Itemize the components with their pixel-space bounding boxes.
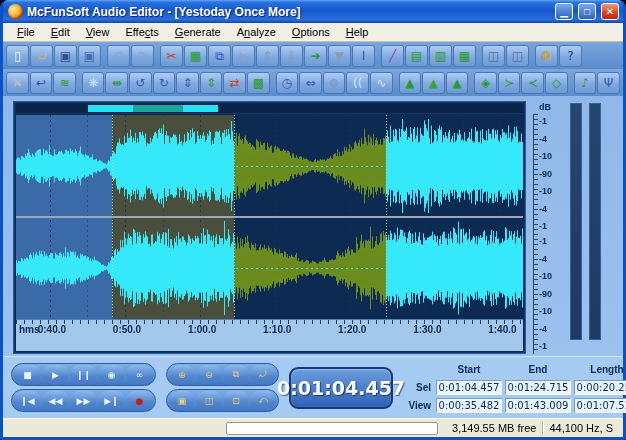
insert-silence-button[interactable]: ▤ xyxy=(405,45,428,67)
sel-end-field[interactable]: 0:01:24.715 xyxy=(505,380,571,395)
play-looped-button[interactable]: ◉ xyxy=(98,365,125,384)
swap-channels-button[interactable]: ⇄ xyxy=(223,72,246,94)
adjust-levels-button[interactable]: Ψ xyxy=(597,72,620,94)
level-meter-right xyxy=(589,103,601,340)
zoom-horizontal-button[interactable]: ⊡ xyxy=(223,391,249,410)
waveform-display[interactable] xyxy=(16,115,523,319)
record-from-device-button[interactable]: ◫ xyxy=(482,45,505,67)
amplify-channels-button[interactable]: ⇕ xyxy=(200,72,223,94)
append-waveform-button[interactable]: ▦ xyxy=(453,45,476,67)
menu-edit[interactable]: Edit xyxy=(43,24,78,40)
view-start-field[interactable]: 0:00:35.482 xyxy=(436,398,502,413)
tools-button[interactable]: ✖ xyxy=(6,72,29,94)
brightness-effect-button[interactable]: ❋ xyxy=(82,72,105,94)
amplify-vertical-button[interactable]: ⇕ xyxy=(176,72,199,94)
db-scale-right-channel: -1-4-10-90-10-4-1 xyxy=(530,234,560,354)
cut-button[interactable]: ✂ xyxy=(160,45,183,67)
loop-right-button[interactable]: ↻ xyxy=(153,72,176,94)
multi-wave-button[interactable]: ∿ xyxy=(370,72,393,94)
fade-in-button[interactable]: ◈ xyxy=(474,72,497,94)
loop-button[interactable]: ∞ xyxy=(126,365,153,384)
toolbar-effects: ✖↩≋❋⇹↺↻⇕⇕⇄▩◷⇔⊚((∿▲▲▲◈≻≺◇♪Ψ xyxy=(3,69,623,96)
go-to-end-icon: ▶❙ xyxy=(104,396,118,406)
revert-button[interactable]: ↩ xyxy=(30,72,53,94)
pitch-note-button[interactable]: ♪ xyxy=(574,72,597,94)
save-file-button[interactable]: ▣ xyxy=(54,45,77,67)
crossfade-right-button[interactable]: ◇ xyxy=(545,72,568,94)
record-button[interactable]: ● xyxy=(126,391,153,410)
stretch-horizontal-button[interactable]: ⇔ xyxy=(299,72,322,94)
mix-waveform-button[interactable]: ▥ xyxy=(429,45,452,67)
loop-left-button[interactable]: ↺ xyxy=(129,72,152,94)
graph-expand-button[interactable]: ▲ xyxy=(446,72,469,94)
zoom-vertical-button[interactable]: ◫ xyxy=(196,391,222,410)
maximize-button[interactable]: □ xyxy=(578,3,596,20)
zoom-full-button[interactable]: ▣ xyxy=(169,391,195,410)
redo-button[interactable]: ↷ xyxy=(131,45,154,67)
delete-selection-icon: ▼ xyxy=(335,50,344,62)
zoom-out-button[interactable]: ⊖ xyxy=(196,365,222,384)
pause-button[interactable]: ❙❙ xyxy=(70,365,97,384)
zoom-in-button[interactable]: ⊕ xyxy=(169,365,195,384)
color-options-icon: ❂ xyxy=(541,50,551,62)
menu-file[interactable]: File xyxy=(9,24,43,40)
save-selection-as-button[interactable]: ▣ xyxy=(78,45,101,67)
go-to-end-button[interactable]: ▶❙ xyxy=(98,391,125,410)
go-to-start-button[interactable]: ❙◀ xyxy=(14,391,41,410)
zoom-restore-button[interactable]: ⤺ xyxy=(250,391,276,410)
mix-paste-button[interactable]: ╱ xyxy=(381,45,404,67)
fade-out-button[interactable]: ≻ xyxy=(498,72,521,94)
column-header-start: Start xyxy=(436,364,502,375)
pattern-effect-button[interactable]: ▩ xyxy=(247,72,270,94)
graph-compress-button[interactable]: ▲ xyxy=(422,72,445,94)
menu-options[interactable]: Options xyxy=(284,24,338,40)
menu-effects[interactable]: Effects xyxy=(117,24,166,40)
record-playback-button[interactable]: ◫ xyxy=(506,45,529,67)
loop-left-icon: ↺ xyxy=(135,77,145,89)
menu-analyze[interactable]: Analyze xyxy=(229,24,284,40)
rewind-button[interactable]: ◀◀ xyxy=(42,391,69,410)
toolbar-main: ▯▱▣▣↶↷✂▦⧉✄⇑⇓➜▼Ι╱▤▥▦◫◫❂? xyxy=(3,42,623,69)
waveform-view-button[interactable]: ≋ xyxy=(53,72,76,94)
timeline-ruler[interactable]: hms 0:40.00:50.01:00.01:10.01:20.01:30.0… xyxy=(16,319,523,351)
view-length-field[interactable]: 0:01:07.527 xyxy=(574,398,626,413)
menu-view[interactable]: View xyxy=(78,24,118,40)
minimize-button[interactable]: ▁ xyxy=(555,3,573,20)
zoom-previous-button[interactable]: ⤾ xyxy=(250,365,276,384)
timeline-label: 1:00.0 xyxy=(188,324,216,335)
stop-icon: ■ xyxy=(23,370,32,380)
open-file-button[interactable]: ▱ xyxy=(30,45,53,67)
view-end-field[interactable]: 0:01:43.009 xyxy=(505,398,571,413)
overview-bar[interactable] xyxy=(16,104,523,114)
paste-button[interactable]: ⇑ xyxy=(256,45,279,67)
overview-view-segment xyxy=(88,105,133,112)
crossfade-left-button[interactable]: ≺ xyxy=(521,72,544,94)
paste-to-new-button[interactable]: ➜ xyxy=(304,45,327,67)
timer-button[interactable]: ◷ xyxy=(276,72,299,94)
fit-selection-button[interactable]: ⇹ xyxy=(105,72,128,94)
sel-length-field[interactable]: 0:00:20.258 xyxy=(574,380,626,395)
graph-equalize-button[interactable]: ▲ xyxy=(399,72,422,94)
menu-generate[interactable]: Generate xyxy=(167,24,229,40)
new-file-button[interactable]: ▯ xyxy=(6,45,29,67)
close-button[interactable]: ✕ xyxy=(601,3,619,20)
stop-button[interactable]: ■ xyxy=(14,365,41,384)
selection-view-table: StartEndLengthSel0:01:04.4570:01:24.7150… xyxy=(403,362,626,414)
paste-from-file-button[interactable]: ⇓ xyxy=(280,45,303,67)
fast-forward-button[interactable]: ▶▶ xyxy=(70,391,97,410)
amplify-vertical-icon: ⇕ xyxy=(182,77,192,89)
delete-selection-button[interactable]: ▼ xyxy=(328,45,351,67)
sel-start-field[interactable]: 0:01:04.457 xyxy=(436,380,502,395)
color-options-button[interactable]: ❂ xyxy=(535,45,558,67)
select-tool-button[interactable]: Ι xyxy=(352,45,375,67)
media-discs-button[interactable]: ⊚ xyxy=(323,72,346,94)
copy-to-new-button[interactable]: ✄ xyxy=(232,45,255,67)
play-button[interactable]: ▶ xyxy=(42,365,69,384)
sound-emit-button[interactable]: (( xyxy=(346,72,369,94)
menu-help[interactable]: Help xyxy=(338,24,377,40)
copy-button[interactable]: ⧉ xyxy=(208,45,231,67)
zoom-to-selection-button[interactable]: ⧉ xyxy=(223,365,249,384)
undo-button[interactable]: ↶ xyxy=(107,45,130,67)
trim-crop-button[interactable]: ▦ xyxy=(184,45,207,67)
help-button[interactable]: ? xyxy=(559,45,582,67)
